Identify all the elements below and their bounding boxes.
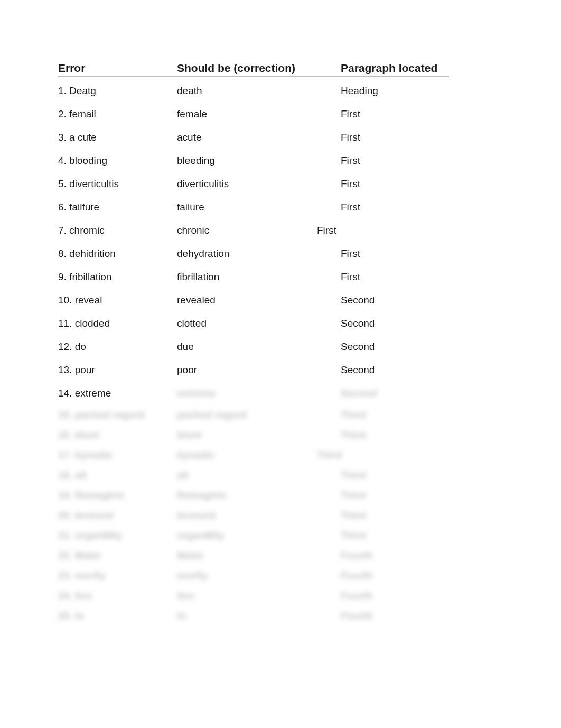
location-cell: Second [341, 312, 449, 335]
correction-cell: revealed [177, 289, 341, 312]
location-cell: Third [317, 445, 425, 465]
correction-cell: morfly [177, 566, 341, 586]
error-cell: 11. clodded [58, 312, 177, 335]
table-row: 11. cloddedclottedSecond [58, 312, 503, 335]
table-row: 25. totoFourth [58, 606, 503, 626]
table-row: 10. revealrevealedSecond [58, 289, 503, 312]
table-row: 9. fribillationfibrillationFirst [58, 265, 503, 289]
table-row: 14. extremeextremeSecond [58, 382, 503, 405]
location-cell: Fourth [341, 566, 449, 586]
table-row: 16. bluntbluntThird [58, 425, 503, 445]
location-cell: Second [341, 382, 449, 405]
correction-cell: fibrillation [177, 265, 341, 289]
correction-cell: pached regord [177, 405, 341, 425]
location-cell: First [341, 242, 449, 265]
correction-cell: Mater [177, 546, 341, 566]
location-cell: Second [341, 335, 449, 358]
table-row: 13. pourpoorSecond [58, 358, 503, 382]
location-cell: Fourth [341, 606, 449, 626]
location-cell: Fourth [341, 586, 449, 606]
location-cell: First [341, 126, 449, 149]
error-cell: 18. alt [58, 465, 177, 485]
correction-cell: tice [177, 586, 341, 606]
correction-cell: organMily [177, 526, 341, 546]
error-cell: 10. reveal [58, 289, 177, 312]
error-cell: 4. blooding [58, 149, 177, 172]
location-cell: Third [341, 526, 449, 546]
table-body: 1. DeatgdeathHeading2. femailfemaleFirst… [58, 79, 503, 626]
error-cell: 20. bronurd [58, 505, 177, 526]
error-cell: 14. extreme [58, 382, 177, 405]
error-cell: 17. bynadic [58, 445, 177, 465]
header-location: Paragraph located [341, 61, 449, 77]
table-row: 23. morfiymorflyFourth [58, 566, 503, 586]
table-row: 20. bronurdbronurdThird [58, 505, 503, 526]
location-cell: First [341, 265, 449, 289]
correction-cell: female [177, 103, 341, 126]
error-cell: 16. blunt [58, 425, 177, 445]
correction-cell: failure [177, 196, 341, 219]
table-row: 1. DeatgdeathHeading [58, 79, 503, 103]
correction-cell: poor [177, 358, 341, 382]
error-cell: 2. femail [58, 103, 177, 126]
correction-cell: bynadic [177, 445, 341, 465]
error-cell: 25. to [58, 606, 177, 626]
correction-cell: dehydration [177, 242, 341, 265]
table-row: 22. MaterMaterFourth [58, 546, 503, 566]
table-row: 6. failfurefailureFirst [58, 196, 503, 219]
location-cell: Second [341, 358, 449, 382]
correction-cell: to [177, 606, 341, 626]
error-cell: 7. chromic [58, 219, 177, 242]
correction-cell: extreme [177, 382, 341, 405]
table-header-row: Error Should be (correction) Paragraph l… [58, 61, 503, 79]
location-cell: Third [341, 425, 449, 445]
correction-cell: Remagtrin [177, 485, 341, 505]
location-cell: Third [341, 505, 449, 526]
location-cell: Third [341, 405, 449, 425]
location-cell: Third [341, 485, 449, 505]
error-cell: 9. fribillation [58, 265, 177, 289]
error-cell: 13. pour [58, 358, 177, 382]
correction-cell: death [177, 79, 341, 103]
error-cell: 21. organMily [58, 526, 177, 546]
correction-cell: alt [177, 465, 341, 485]
table-row: 18. altaltThird [58, 465, 503, 485]
error-cell: 8. dehidrition [58, 242, 177, 265]
table-row: 15. pached regordpached regordThird [58, 405, 503, 425]
table-row: 5. diverticultisdiverticulitisFirst [58, 172, 503, 196]
location-cell: First [341, 172, 449, 196]
location-cell: Second [341, 289, 449, 312]
location-cell: Heading [341, 79, 449, 103]
header-correction: Should be (correction) [177, 61, 341, 77]
table-row: 2. femailfemaleFirst [58, 103, 503, 126]
correction-cell: bronurd [177, 505, 341, 526]
location-cell: First [341, 149, 449, 172]
location-cell: First [341, 103, 449, 126]
table-row: 17. bynadicbynadicThird [58, 445, 503, 465]
table-row: 4. bloodingbleedingFirst [58, 149, 503, 172]
error-cell: 24. tice [58, 586, 177, 606]
correction-cell: chronic [177, 219, 341, 242]
table-row: 12. dodueSecond [58, 335, 503, 358]
location-cell: Fourth [341, 546, 449, 566]
table-row: 21. organMilyorganMilyThird [58, 526, 503, 546]
correction-cell: blunt [177, 425, 341, 445]
correction-cell: acute [177, 126, 341, 149]
table-row: 7. chromicchronicFirst [58, 219, 503, 242]
location-cell: Third [341, 465, 449, 485]
table-row: 19. RemagtrinRemagtrinThird [58, 485, 503, 505]
correction-cell: clotted [177, 312, 341, 335]
error-cell: 22. Mater [58, 546, 177, 566]
correction-cell: diverticulitis [177, 172, 341, 196]
table-row: 3. a cuteacuteFirst [58, 126, 503, 149]
error-cell: 12. do [58, 335, 177, 358]
error-cell: 3. a cute [58, 126, 177, 149]
header-error: Error [58, 61, 177, 77]
table-row: 24. ticeticeFourth [58, 586, 503, 606]
error-cell: 5. diverticultis [58, 172, 177, 196]
correction-cell: bleeding [177, 149, 341, 172]
error-cell: 19. Remagtrin [58, 485, 177, 505]
corrections-table: Error Should be (correction) Paragraph l… [58, 61, 503, 626]
table-row: 8. dehidritiondehydrationFirst [58, 242, 503, 265]
location-cell: First [317, 219, 425, 242]
